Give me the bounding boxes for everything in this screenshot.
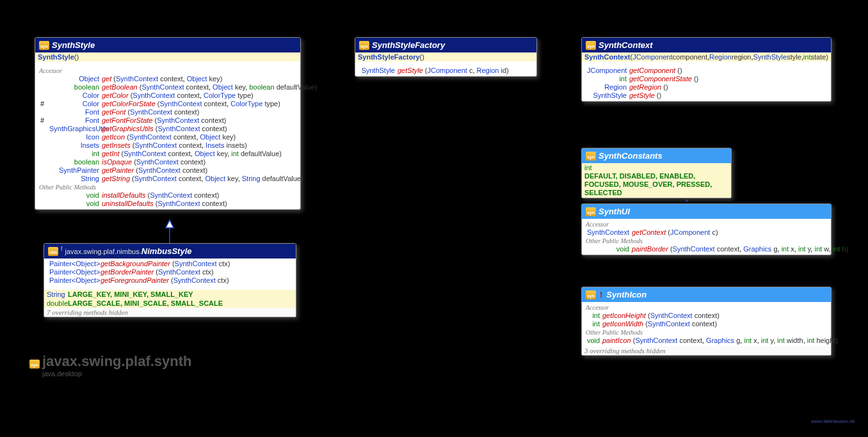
method-row: SynthStylegetStyle (JComponent c, Region… xyxy=(358,67,534,75)
method-row: voiduninstallDefaults (SynthContext cont… xyxy=(38,200,298,208)
credit[interactable]: www.falkhausen.de xyxy=(811,418,855,424)
section-accessor: Accessor xyxy=(584,220,828,228)
method-row: booleangetBoolean (SynthContext context,… xyxy=(38,83,298,91)
method-row: voidpaintBorder (SynthContext context, G… xyxy=(584,245,828,253)
section-other: Other Public Methods xyxy=(584,328,828,337)
method-row: SynthStylegetStyle () xyxy=(584,91,828,100)
method-row: SynthContextgetContext (JComponent c) xyxy=(584,228,828,237)
class-header: SynthContext xyxy=(582,38,831,52)
constants-row: String LARGE_KEY, MINI_KEY, SMALL_KEY xyxy=(44,290,296,299)
method-row: intgetIconHeight (SynthContext context) xyxy=(584,312,828,320)
hidden-methods-note: 7 overriding methods hidden xyxy=(44,308,296,317)
method-row: Painter<Object>getForegroundPainter (Syn… xyxy=(47,276,293,285)
method-row: voidinstallDefaults (SynthContext contex… xyxy=(38,191,298,200)
class-header: SynthStyleFactory xyxy=(355,38,536,52)
package-title: javax.swing.plaf.synth java.desktop xyxy=(29,353,192,377)
package-icon xyxy=(586,41,596,50)
package-icon xyxy=(586,290,596,299)
class-box-synthui: SynthUI Accessor SynthContextgetContext … xyxy=(581,203,832,255)
section-accessor: Accessor xyxy=(584,303,828,312)
method-row: SynthGraphicsUtilsgetGraphicsUtils (Synt… xyxy=(38,125,298,133)
warning-icon: ! xyxy=(600,290,602,299)
class-name: SynthConstants xyxy=(599,151,663,161)
class-header: SynthStyle xyxy=(35,38,300,52)
package-icon xyxy=(48,247,58,256)
constructor-row: SynthContext (JComponent component, Regi… xyxy=(582,52,831,61)
final-mark: f xyxy=(61,246,63,252)
class-header: ! SynthIcon xyxy=(582,287,831,302)
class-name: NimbusStyle xyxy=(141,246,192,256)
svg-marker-1 xyxy=(166,220,173,228)
method-row: intgetInt (SynthContext context, Object … xyxy=(38,150,298,158)
method-row: Painter<Object>getBorderPainter (SynthCo… xyxy=(47,268,293,276)
method-row: voidpaintIcon (SynthContext context, Gra… xyxy=(584,337,828,345)
module-name: java.desktop xyxy=(42,370,192,377)
class-header: SynthConstants xyxy=(582,148,731,163)
package-icon xyxy=(586,152,596,161)
package-icon xyxy=(359,41,369,50)
section-accessor: Accessor xyxy=(38,67,298,75)
method-row: #FontgetFontForState (SynthContext conte… xyxy=(38,116,298,125)
class-name: SynthStyleFactory xyxy=(372,40,445,50)
class-box-synthicon: ! SynthIcon Accessor intgetIconHeight (S… xyxy=(581,287,832,356)
class-name: SynthUI xyxy=(599,207,630,216)
package-icon xyxy=(586,207,596,216)
hidden-methods-note: 3 overriding methods hidden xyxy=(582,346,831,355)
section-other: Other Public Methods xyxy=(38,183,298,191)
class-box-synthconstants: SynthConstants int DEFAULT, DISABLED, EN… xyxy=(581,148,732,198)
class-name: SynthContext xyxy=(599,40,653,50)
class-header: f javax.swing.plaf.nimbus.NimbusStyle xyxy=(44,244,296,258)
package-icon xyxy=(39,41,49,50)
constants-row: double LARGE_SCALE, MINI_SCALE, SMALL_SC… xyxy=(44,299,296,308)
method-row: IcongetIcon (SynthContext context, Objec… xyxy=(38,133,298,141)
method-row: StringgetString (SynthContext context, O… xyxy=(38,175,298,183)
constructor-row: SynthStyle() xyxy=(35,52,300,61)
constructor-row: SynthStyleFactory() xyxy=(355,52,536,61)
class-header: SynthUI xyxy=(582,204,831,219)
package-icon xyxy=(29,360,40,369)
method-row: FontgetFont (SynthContext context) xyxy=(38,108,298,116)
method-row: SynthPaintergetPainter (SynthContext con… xyxy=(38,166,298,175)
class-name: SynthIcon xyxy=(606,290,647,299)
method-row: InsetsgetInsets (SynthContext context, I… xyxy=(38,141,298,150)
method-row: RegiongetRegion () xyxy=(584,83,828,91)
method-row: ColorgetColor (SynthContext context, Col… xyxy=(38,91,298,100)
method-row: Painter<Object>getBackgroundPainter (Syn… xyxy=(47,260,293,268)
class-box-synthstylefactory: SynthStyleFactory SynthStyleFactory() Sy… xyxy=(355,37,537,77)
method-row: booleanisOpaque (SynthContext context) xyxy=(38,158,298,166)
method-row: intgetIconWidth (SynthContext context) xyxy=(584,320,828,328)
method-row: JComponentgetComponent () xyxy=(584,67,828,75)
method-row: Objectget (SynthContext context, Object … xyxy=(38,75,298,83)
method-row: #ColorgetColorForState (SynthContext con… xyxy=(38,100,298,108)
class-box-nimbusstyle: f javax.swing.plaf.nimbus.NimbusStyle Pa… xyxy=(44,243,296,317)
constants-row: int DEFAULT, DISABLED, ENABLED, FOCUSED,… xyxy=(582,163,731,198)
class-box-synthcontext: SynthContext SynthContext (JComponent co… xyxy=(581,37,832,102)
class-name: SynthStyle xyxy=(52,40,95,50)
method-row: intgetComponentState () xyxy=(584,75,828,83)
class-box-synthstyle: SynthStyle SynthStyle() Accessor Objectg… xyxy=(35,37,301,210)
section-other: Other Public Methods xyxy=(584,237,828,245)
